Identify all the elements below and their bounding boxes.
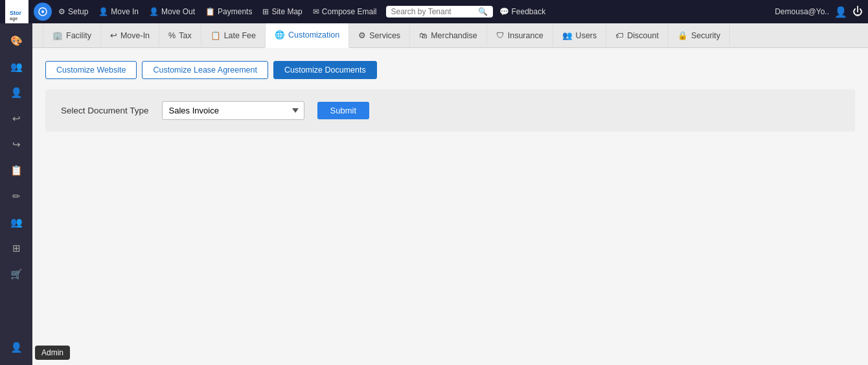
username-label: Demousa@Yo..	[775, 7, 829, 16]
tab-discount[interactable]: 🏷 Discount	[606, 23, 668, 48]
sub-tabs: Customize Website Customize Lease Agreem…	[45, 61, 855, 79]
search-icon: 🔍	[478, 7, 488, 16]
customize-website-button[interactable]: Customize Website	[45, 61, 137, 79]
email-icon: ✉	[313, 7, 319, 16]
admin-icon: 👤	[10, 342, 23, 353]
search-input[interactable]	[391, 7, 475, 16]
sidebar-item-dashboard[interactable]: 🎨	[3, 29, 30, 53]
feedback-button[interactable]: 💬 Feedback	[496, 7, 550, 16]
power-icon[interactable]: ⏻	[852, 6, 863, 18]
home-button[interactable]	[34, 3, 52, 21]
content-area: Customize Website Customize Lease Agreem…	[32, 48, 868, 365]
svg-text:age: age	[10, 16, 17, 21]
sidebar-item-move-in[interactable]: ↩	[3, 106, 30, 131]
users-tab-icon: 👥	[562, 30, 573, 40]
reports-icon: 📋	[10, 165, 23, 176]
svg-text:Stor: Stor	[10, 10, 21, 16]
signout-icon: ↪	[12, 139, 21, 150]
tab-late-fee[interactable]: 📋 Late Fee	[201, 23, 266, 48]
user-profile-icon[interactable]: 👤	[834, 6, 847, 18]
tab-merchandise[interactable]: 🛍 Merchandise	[410, 23, 487, 48]
sidebar-item-grid[interactable]: ⊞	[3, 236, 30, 261]
services-icon: ⚙	[358, 30, 366, 40]
tab-tax[interactable]: % Tax	[159, 23, 201, 48]
nav-payments[interactable]: 📋 Payments	[201, 7, 256, 16]
tab-move-in[interactable]: ↩ Move-In	[101, 23, 159, 48]
edit-icon: ✏	[12, 191, 21, 202]
move-in-icon: 👤	[98, 7, 108, 16]
cart-icon: 🛒	[10, 268, 23, 280]
nav-compose-email[interactable]: ✉ Compose Email	[309, 7, 381, 16]
document-type-form: Select Document Type Sales Invoice Lease…	[45, 89, 855, 132]
customize-documents-button[interactable]: Customize Documents	[273, 61, 377, 79]
discount-icon: 🏷	[615, 31, 624, 40]
tab-facility[interactable]: 🏢 Facility	[43, 23, 101, 48]
document-type-label: Select Document Type	[61, 106, 149, 115]
merchandise-icon: 🛍	[419, 31, 428, 40]
facility-icon: 🏢	[52, 30, 63, 40]
signin-icon: ↩	[12, 113, 21, 124]
sidebar-item-move-out[interactable]: ↪	[3, 132, 30, 157]
sitemap-icon: ⊞	[262, 7, 269, 16]
sidebar-item-users[interactable]: 👥	[3, 210, 30, 235]
layout: 🎨 👥 👤 ↩ ↪ 📋 ✏ 👥 ⊞ 🛒 👤	[0, 23, 868, 365]
users-icon: 👥	[10, 217, 23, 228]
admin-tooltip: Admin	[35, 346, 70, 360]
sidebar-item-admin[interactable]: 👤 Admin	[3, 335, 30, 360]
move-in-tab-icon: ↩	[110, 30, 117, 40]
topnav-right: Demousa@Yo.. 👤 ⏻	[775, 6, 863, 18]
payments-icon: 📋	[205, 7, 215, 16]
svg-point-4	[41, 10, 44, 13]
tab-insurance[interactable]: 🛡 Insurance	[487, 23, 553, 48]
tax-icon: %	[168, 31, 176, 40]
topnav: Stor age ⚙ Setup 👤 Move In 👤 Move Out 📋 …	[0, 0, 868, 23]
security-icon: 🔒	[678, 30, 688, 40]
sidebar-item-cart[interactable]: 🛒	[3, 262, 30, 287]
document-type-select[interactable]: Sales Invoice Lease Agreement Move-In Fo…	[162, 101, 304, 120]
feedback-icon: 💬	[499, 7, 509, 16]
tenants-icon: 👥	[10, 61, 23, 73]
customization-icon: 🌐	[275, 30, 285, 40]
nav-move-in[interactable]: 👤 Move In	[95, 7, 143, 16]
tab-customization[interactable]: 🌐 Customization	[266, 23, 349, 48]
palette-icon: 🎨	[10, 35, 23, 47]
sidebar-item-tenants[interactable]: 👥	[3, 54, 30, 79]
nav-site-map[interactable]: ⊞ Site Map	[258, 7, 306, 16]
customize-lease-button[interactable]: Customize Lease Agreement	[142, 61, 268, 79]
submit-button[interactable]: Submit	[317, 102, 369, 119]
insurance-icon: 🛡	[496, 31, 505, 40]
nav-move-out[interactable]: 👤 Move Out	[145, 7, 199, 16]
sidebar-bottom: 👤 Admin	[0, 335, 32, 360]
add-person-icon: 👤	[10, 87, 23, 99]
late-fee-icon: 📋	[211, 30, 221, 40]
gear-icon: ⚙	[58, 7, 65, 16]
search-box: 🔍	[386, 6, 493, 18]
sidebar-item-reports[interactable]: 📋	[3, 158, 30, 183]
move-out-icon: 👤	[149, 7, 159, 16]
nav-setup[interactable]: ⚙ Setup	[54, 7, 92, 16]
sidebar: 🎨 👥 👤 ↩ ↪ 📋 ✏ 👥 ⊞ 🛒 👤	[0, 23, 32, 365]
main-content: 🏢 Facility ↩ Move-In % Tax 📋 Late Fee 🌐 …	[32, 23, 868, 365]
sidebar-item-edit[interactable]: ✏	[3, 184, 30, 209]
main-tabs: 🏢 Facility ↩ Move-In % Tax 📋 Late Fee 🌐 …	[32, 23, 868, 48]
tab-security[interactable]: 🔒 Security	[668, 23, 730, 48]
sidebar-item-add-tenant[interactable]: 👤	[3, 80, 30, 105]
tab-services[interactable]: ⚙ Services	[349, 23, 410, 48]
grid-icon: ⊞	[12, 242, 21, 254]
tab-users[interactable]: 👥 Users	[553, 23, 607, 48]
app-logo: Stor age	[5, 0, 29, 23]
